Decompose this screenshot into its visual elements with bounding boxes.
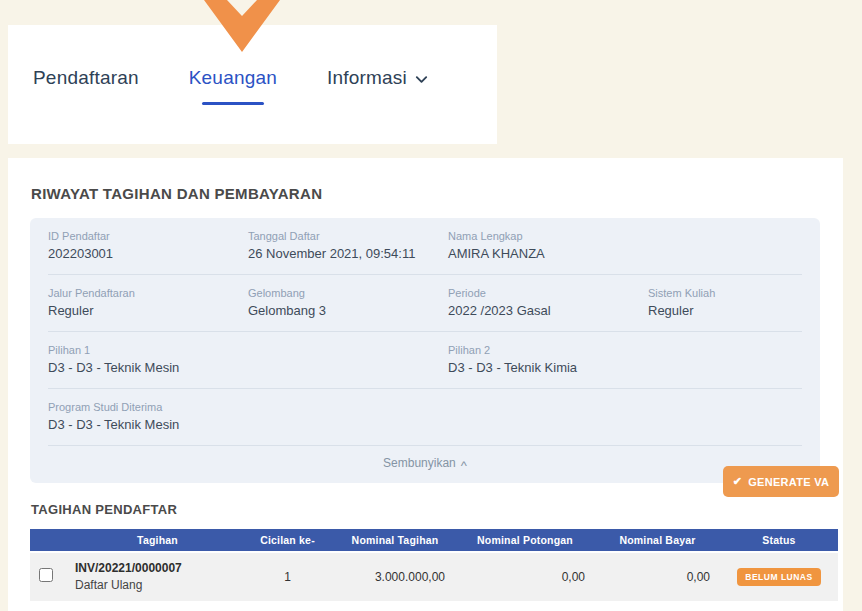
field-label: Program Studi Diterima (48, 401, 248, 413)
field-value: Reguler (48, 303, 248, 318)
field-label: Pilihan 2 (448, 344, 648, 356)
billing-section-title: TAGIHAN PENDAFTAR (31, 502, 177, 517)
col-nominal-tagihan: Nominal Tagihan (335, 529, 455, 552)
hide-panel-link[interactable]: Sembunyikan (383, 456, 467, 471)
invoice-cell: INV/20221/0000007 Daftar Ulang (75, 552, 240, 601)
field-value: Gelombang 3 (248, 303, 448, 318)
field-value: 26 November 2021, 09:54:11 (248, 246, 448, 261)
field-label: Gelombang (248, 287, 448, 299)
field-nama-lengkap: Nama Lengkap AMIRA KHANZA (448, 230, 648, 261)
field-gelombang: Gelombang Gelombang 3 (248, 287, 448, 318)
chevron-up-icon (461, 456, 467, 471)
nominal-potongan-cell: 0,00 (455, 552, 595, 601)
field-label: Sistem Kuliah (648, 287, 802, 299)
page-title: RIWAYAT TAGIHAN DAN PEMBAYARAN (31, 185, 322, 202)
hide-panel-label: Sembunyikan (383, 456, 456, 470)
tab-keuangan-label: Keuangan (189, 67, 277, 89)
field-label: Pilihan 1 (48, 344, 248, 356)
generate-va-button[interactable]: GENERATE VA (723, 466, 839, 497)
field-value: AMIRA KHANZA (448, 246, 648, 261)
tab-informasi[interactable]: Informasi (327, 67, 429, 89)
field-value: 202203001 (48, 246, 248, 261)
info-row-2: Jalur Pendaftaran Reguler Gelombang Gelo… (48, 274, 802, 331)
col-cicilan: Cicilan ke- (240, 529, 335, 552)
table-header-row: Tagihan Cicilan ke- Nominal Tagihan Nomi… (30, 529, 838, 552)
field-value: D3 - D3 - Teknik Kimia (448, 360, 648, 375)
field-value: Reguler (648, 303, 802, 318)
field-pilihan-2: Pilihan 2 D3 - D3 - Teknik Kimia (448, 344, 648, 375)
tab-pendaftaran-label: Pendaftaran (33, 67, 139, 89)
col-checkbox (30, 529, 75, 552)
pointer-arrow-icon (204, 0, 280, 52)
col-nominal-bayar: Nominal Bayar (595, 529, 720, 552)
field-value: D3 - D3 - Teknik Mesin (48, 417, 248, 432)
field-label: Periode (448, 287, 648, 299)
tab-pendaftaran[interactable]: Pendaftaran (33, 67, 139, 89)
field-label: Nama Lengkap (448, 230, 648, 242)
tab-keuangan[interactable]: Keuangan (189, 67, 277, 89)
field-label: ID Pendaftar (48, 230, 248, 242)
chevron-down-icon (414, 72, 429, 87)
nominal-bayar-cell: 0,00 (595, 552, 720, 601)
field-program-studi-diterima: Program Studi Diterima D3 - D3 - Teknik … (48, 401, 248, 432)
info-row-1: ID Pendaftar 202203001 Tanggal Daftar 26… (48, 218, 802, 274)
col-tagihan: Tagihan (75, 529, 240, 552)
field-periode: Periode 2022 /2023 Gasal (448, 287, 648, 318)
status-cell: BELUM LUNAS (720, 552, 838, 601)
check-icon (733, 475, 743, 488)
field-id-pendaftar: ID Pendaftar 202203001 (48, 230, 248, 261)
hide-row: Sembunyikan (48, 445, 802, 483)
invoice-number: INV/20221/0000007 (75, 561, 240, 575)
info-row-3: Pilihan 1 D3 - D3 - Teknik Mesin Pilihan… (48, 331, 802, 388)
registrant-info-panel: ID Pendaftar 202203001 Tanggal Daftar 26… (30, 218, 820, 483)
table-row: INV/20221/0000007 Daftar Ulang 1 3.000.0… (30, 552, 838, 601)
field-pilihan-1: Pilihan 1 D3 - D3 - Teknik Mesin (48, 344, 248, 375)
status-badge: BELUM LUNAS (737, 568, 820, 586)
field-value: D3 - D3 - Teknik Mesin (48, 360, 248, 375)
col-status: Status (720, 529, 838, 552)
field-label: Tanggal Daftar (248, 230, 448, 242)
field-value: 2022 /2023 Gasal (448, 303, 648, 318)
field-tanggal-daftar: Tanggal Daftar 26 November 2021, 09:54:1… (248, 230, 448, 261)
installment-cell: 1 (240, 552, 335, 601)
row-checkbox-cell (30, 552, 75, 601)
tab-informasi-label: Informasi (327, 67, 407, 89)
invoice-checkbox[interactable] (39, 568, 53, 582)
field-jalur-pendaftaran: Jalur Pendaftaran Reguler (48, 287, 248, 318)
col-nominal-potongan: Nominal Potongan (455, 529, 595, 552)
field-sistem-kuliah: Sistem Kuliah Reguler (648, 287, 802, 318)
billing-table: Tagihan Cicilan ke- Nominal Tagihan Nomi… (30, 529, 838, 601)
invoice-description: Daftar Ulang (75, 578, 240, 592)
generate-va-label: GENERATE VA (748, 476, 829, 488)
nominal-tagihan-cell: 3.000.000,00 (335, 552, 455, 601)
main-card: RIWAYAT TAGIHAN DAN PEMBAYARAN ID Pendaf… (8, 158, 843, 611)
info-row-4: Program Studi Diterima D3 - D3 - Teknik … (48, 388, 802, 445)
field-label: Jalur Pendaftaran (48, 287, 248, 299)
